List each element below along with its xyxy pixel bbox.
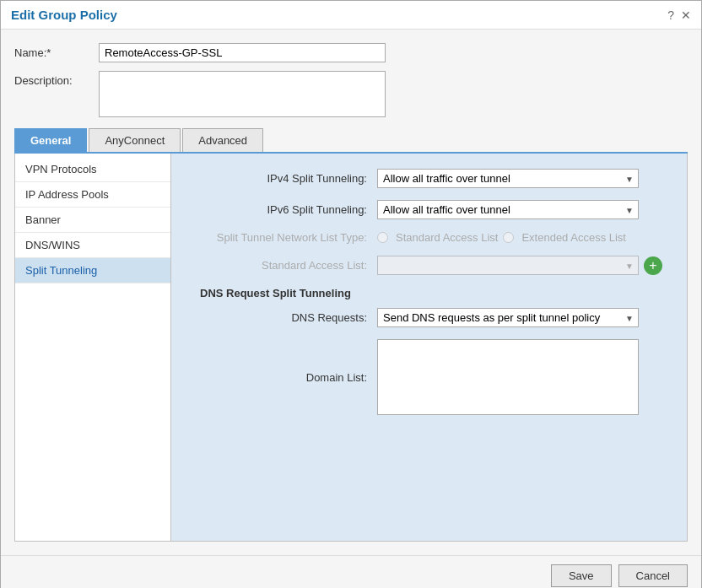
description-row: Description: xyxy=(14,71,688,120)
sidebar: VPN Protocols IP Address Pools Banner DN… xyxy=(15,154,171,541)
name-input[interactable] xyxy=(99,43,386,62)
tab-anyconnect[interactable]: AnyConnect xyxy=(89,128,181,152)
dns-requests-select-container: Send DNS requests as per split tunnel po… xyxy=(377,308,639,327)
add-access-list-button[interactable]: + xyxy=(644,256,662,275)
name-input-wrapper xyxy=(99,43,386,62)
network-list-type-radio-group: Standard Access List Extended Access Lis… xyxy=(377,231,626,244)
standard-access-label: Standard Access List xyxy=(396,231,498,244)
dialog-title: Edit Group Policy xyxy=(11,8,117,22)
ipv6-select-container: Allow all traffic over tunnel Tunnel net… xyxy=(377,200,639,219)
tab-general[interactable]: General xyxy=(14,128,87,152)
extended-access-label: Extended Access List xyxy=(521,231,626,244)
standard-access-list-wrapper: + xyxy=(377,256,662,275)
standard-access-list-row: Standard Access List: + xyxy=(192,256,667,275)
sidebar-item-split-tunneling[interactable]: Split Tunneling xyxy=(15,258,170,283)
help-icon[interactable]: ? xyxy=(667,8,674,22)
dns-section: DNS Request Split Tunneling DNS Requests… xyxy=(192,287,667,415)
extended-access-radio[interactable] xyxy=(503,232,514,243)
close-icon[interactable]: ✕ xyxy=(681,8,691,22)
description-label: Description: xyxy=(14,71,99,87)
dialog-titlebar: Edit Group Policy ? ✕ xyxy=(1,1,701,30)
dns-requests-label: DNS Requests: xyxy=(192,311,377,324)
sidebar-item-vpn-protocols[interactable]: VPN Protocols xyxy=(15,157,170,182)
description-input[interactable] xyxy=(99,71,386,117)
standard-access-list-label: Standard Access List: xyxy=(192,259,377,272)
ipv4-select-container: Allow all traffic over tunnel Tunnel net… xyxy=(377,169,639,188)
sidebar-item-ip-address-pools[interactable]: IP Address Pools xyxy=(15,182,170,208)
ipv6-select[interactable]: Allow all traffic over tunnel Tunnel net… xyxy=(377,200,639,219)
sidebar-item-dns-wins[interactable]: DNS/WINS xyxy=(15,233,170,258)
ipv6-select-wrapper: Allow all traffic over tunnel Tunnel net… xyxy=(377,200,639,219)
save-button[interactable]: Save xyxy=(551,564,612,587)
cancel-button[interactable]: Cancel xyxy=(618,564,688,587)
name-label: Name:* xyxy=(14,43,99,59)
network-list-type-label: Split Tunnel Network List Type: xyxy=(192,231,377,244)
domain-list-label: Domain List: xyxy=(192,371,377,384)
titlebar-icons: ? ✕ xyxy=(667,8,691,22)
network-list-type-row: Split Tunnel Network List Type: Standard… xyxy=(192,231,667,244)
dns-requests-row: DNS Requests: Send DNS requests as per s… xyxy=(192,308,667,327)
tabs-bar: General AnyConnect Advanced xyxy=(14,128,688,154)
dns-requests-wrapper: Send DNS requests as per split tunnel po… xyxy=(377,308,639,327)
standard-access-radio[interactable] xyxy=(377,232,388,243)
standard-access-list-select[interactable] xyxy=(377,256,639,275)
name-row: Name:* xyxy=(14,43,688,62)
tab-advanced[interactable]: Advanced xyxy=(182,128,263,152)
sidebar-item-banner[interactable]: Banner xyxy=(15,208,170,233)
description-input-wrapper xyxy=(99,71,386,120)
ipv6-label: IPv6 Split Tunneling: xyxy=(192,203,377,216)
dns-requests-select[interactable]: Send DNS requests as per split tunnel po… xyxy=(377,308,639,327)
standard-access-list-select-container xyxy=(377,256,639,275)
main-content: IPv4 Split Tunneling: Allow all traffic … xyxy=(171,154,687,541)
ipv6-row: IPv6 Split Tunneling: Allow all traffic … xyxy=(192,200,667,219)
ipv4-row: IPv4 Split Tunneling: Allow all traffic … xyxy=(192,169,667,188)
tab-content: VPN Protocols IP Address Pools Banner DN… xyxy=(14,154,688,542)
ipv4-label: IPv4 Split Tunneling: xyxy=(192,172,377,185)
dns-section-title: DNS Request Split Tunneling xyxy=(200,287,667,299)
dialog-footer: Save Cancel xyxy=(1,555,701,588)
domain-list-row: Domain List: xyxy=(192,339,667,415)
edit-group-policy-dialog: Edit Group Policy ? ✕ Name:* Description… xyxy=(0,0,702,588)
ipv4-select[interactable]: Allow all traffic over tunnel Tunnel net… xyxy=(377,169,639,188)
dialog-body: Name:* Description: General AnyConnect A… xyxy=(1,30,701,555)
ipv4-select-wrapper: Allow all traffic over tunnel Tunnel net… xyxy=(377,169,639,188)
domain-list-textarea[interactable] xyxy=(377,339,639,415)
